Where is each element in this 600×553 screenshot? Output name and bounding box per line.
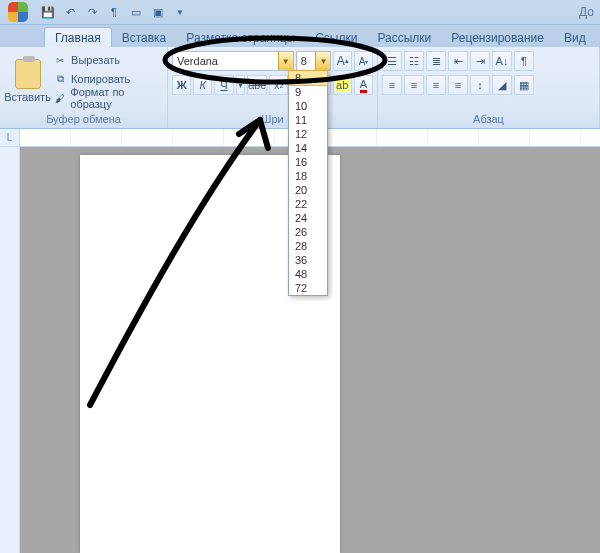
group-font-label: Шри <box>168 112 377 128</box>
increase-indent-button[interactable]: ⇥ <box>470 51 490 71</box>
borders-button[interactable]: ▦ <box>514 75 534 95</box>
underline-button[interactable]: Ч <box>214 75 233 95</box>
font-size-option[interactable]: 72 <box>289 281 327 295</box>
line-spacing-button[interactable]: ↕ <box>470 75 490 95</box>
font-size-option[interactable]: 9 <box>289 85 327 99</box>
undo-icon[interactable]: ↶ <box>62 4 78 20</box>
bold-button[interactable]: Ж <box>172 75 191 95</box>
align-right-button[interactable]: ≡ <box>426 75 446 95</box>
highlight-icon: ab <box>335 79 349 91</box>
tab-references[interactable]: Ссылки <box>305 28 367 47</box>
group-clipboard-label: Буфер обмена <box>0 112 167 128</box>
font-size-dropdown-icon[interactable]: ▼ <box>315 52 330 70</box>
font-size-option[interactable]: 16 <box>289 155 327 169</box>
font-color-icon: A <box>360 78 367 93</box>
highlight-button[interactable]: ab <box>333 75 352 95</box>
tab-insert[interactable]: Вставка <box>112 28 177 47</box>
numbering-button[interactable]: ☷ <box>404 51 424 71</box>
font-size-option[interactable]: 36 <box>289 253 327 267</box>
ruler-corner-icon[interactable]: L <box>0 129 20 146</box>
format-painter-button[interactable]: 🖌 Формат по образцу <box>53 89 163 107</box>
font-size-option[interactable]: 48 <box>289 267 327 281</box>
font-size-option[interactable]: 26 <box>289 225 327 239</box>
save-icon[interactable]: 💾 <box>40 4 56 20</box>
tab-view[interactable]: Вид <box>554 28 596 47</box>
office-orb-icon <box>8 2 28 22</box>
tab-home[interactable]: Главная <box>44 27 112 47</box>
justify-button[interactable]: ≡ <box>448 75 468 95</box>
font-size-combo[interactable]: 8 ▼ <box>296 51 332 71</box>
quick-access-toolbar: 💾 ↶ ↷ ¶ ▭ ▣ ▼ <box>40 4 188 20</box>
paste-label: Вставить <box>4 91 51 103</box>
format-painter-label: Формат по образцу <box>70 86 163 110</box>
title-bar: 💾 ↶ ↷ ¶ ▭ ▣ ▼ До <box>0 0 600 25</box>
align-center-button[interactable]: ≡ <box>404 75 424 95</box>
shading-button[interactable]: ◢ <box>492 75 512 95</box>
font-size-option[interactable]: 14 <box>289 141 327 155</box>
brush-icon: 🖌 <box>53 91 66 105</box>
bullets-button[interactable]: ☰ <box>382 51 402 71</box>
document-title-fragment: До <box>579 5 600 19</box>
font-size-option[interactable]: 18 <box>289 169 327 183</box>
show-marks-button[interactable]: ¶ <box>514 51 534 71</box>
multilevel-list-button[interactable]: ≣ <box>426 51 446 71</box>
cut-button[interactable]: ✂ Вырезать <box>53 51 163 69</box>
group-clipboard: Вставить ✂ Вырезать ⧉ Копировать 🖌 Форма… <box>0 47 168 128</box>
grow-font-button[interactable]: A▴ <box>333 51 352 71</box>
qat-extra-icon[interactable]: ▭ <box>128 4 144 20</box>
group-paragraph: ☰ ☷ ≣ ⇤ ⇥ A↓ ¶ ≡ ≡ ≡ ≡ ↕ ◢ ▦ Абзац <box>378 47 600 128</box>
font-size-option[interactable]: 11 <box>289 113 327 127</box>
pilcrow-icon[interactable]: ¶ <box>106 4 122 20</box>
copy-icon: ⧉ <box>53 72 67 86</box>
copy-label: Копировать <box>71 73 130 85</box>
italic-button[interactable]: К <box>193 75 212 95</box>
clipboard-icon <box>15 59 41 89</box>
font-size-option[interactable]: 22 <box>289 197 327 211</box>
font-size-option[interactable]: 12 <box>289 127 327 141</box>
decrease-indent-button[interactable]: ⇤ <box>448 51 468 71</box>
ribbon-tabs: Главная Вставка Разметка страницы Ссылки… <box>0 25 600 47</box>
tab-review[interactable]: Рецензирование <box>441 28 554 47</box>
strikethrough-button[interactable]: abc <box>247 75 267 95</box>
scissors-icon: ✂ <box>53 53 67 67</box>
font-name-dropdown-icon[interactable]: ▼ <box>278 52 293 70</box>
tab-mailings[interactable]: Рассылки <box>367 28 441 47</box>
paste-button[interactable]: Вставить <box>4 49 51 112</box>
font-size-option[interactable]: 24 <box>289 211 327 225</box>
tab-page-layout[interactable]: Разметка страницы <box>176 28 305 47</box>
redo-icon[interactable]: ↷ <box>84 4 100 20</box>
font-name-value: Verdana <box>173 55 278 67</box>
font-size-dropdown-list[interactable]: 891011121416182022242628364872 <box>288 70 328 296</box>
align-left-button[interactable]: ≡ <box>382 75 402 95</box>
shrink-font-button[interactable]: A▾ <box>354 51 373 71</box>
font-size-option[interactable]: 10 <box>289 99 327 113</box>
font-size-option[interactable]: 8 <box>288 70 328 86</box>
sort-button[interactable]: A↓ <box>492 51 512 71</box>
font-size-option[interactable]: 28 <box>289 239 327 253</box>
qat-customize-icon[interactable]: ▼ <box>172 4 188 20</box>
font-size-value: 8 <box>297 55 316 67</box>
vertical-ruler[interactable] <box>0 147 20 553</box>
font-size-option[interactable]: 20 <box>289 183 327 197</box>
subscript-button[interactable]: x2 <box>269 75 288 95</box>
office-button[interactable] <box>2 0 34 25</box>
paint-bucket-icon: ◢ <box>498 79 506 92</box>
underline-menu-icon[interactable]: ▼ <box>236 75 246 95</box>
cut-label: Вырезать <box>71 54 120 66</box>
font-name-combo[interactable]: Verdana ▼ <box>172 51 294 71</box>
group-paragraph-label: Абзац <box>378 112 599 128</box>
group-font: Verdana ▼ 8 ▼ A▴ A▾ Ж К Ч ▼ abc x2 x2 Aa <box>168 47 378 128</box>
qat-extra2-icon[interactable]: ▣ <box>150 4 166 20</box>
font-color-button[interactable]: A <box>354 75 373 95</box>
